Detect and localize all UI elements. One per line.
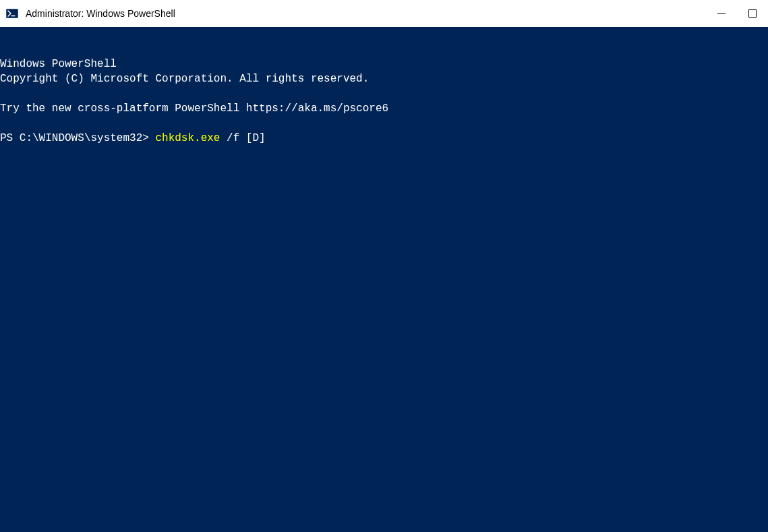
window-controls [706, 0, 768, 27]
window-title: Administrator: Windows PowerShell [26, 8, 175, 19]
output-line: Try the new cross-platform PowerShell ht… [0, 102, 388, 115]
minimize-button[interactable] [706, 0, 737, 27]
command-text: chkdsk.exe [155, 132, 220, 144]
powershell-window: Administrator: Windows PowerShell Window… [0, 0, 768, 532]
output-line: Copyright (C) Microsoft Corporation. All… [0, 73, 369, 85]
output-line: Windows PowerShell [0, 58, 117, 70]
command-args: /f [D] [220, 132, 265, 144]
minimize-icon [717, 13, 726, 14]
terminal-area[interactable]: Windows PowerShell Copyright (C) Microso… [0, 27, 768, 532]
titlebar[interactable]: Administrator: Windows PowerShell [0, 0, 768, 27]
powershell-icon [5, 7, 19, 20]
prompt-line: PS C:\WINDOWS\system32> chkdsk.exe /f [D… [0, 132, 266, 144]
terminal-content: Windows PowerShell Copyright (C) Microso… [0, 57, 768, 146]
maximize-icon [748, 9, 757, 18]
maximize-button[interactable] [737, 0, 768, 27]
svg-rect-0 [6, 9, 18, 18]
prompt-text: PS C:\WINDOWS\system32> [0, 132, 155, 144]
